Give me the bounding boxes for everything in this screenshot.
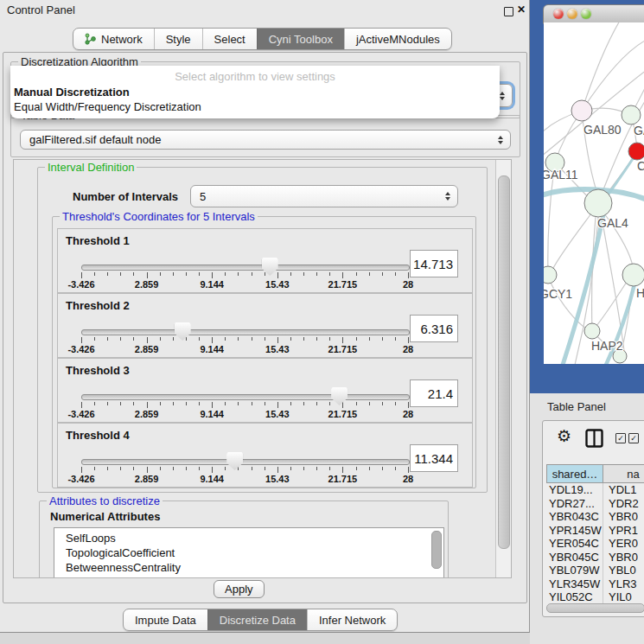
- attribute-list-item[interactable]: SelfLoops: [54, 528, 443, 545]
- table-row[interactable]: YBR045CYBR0: [546, 551, 644, 564]
- slider-tick: [303, 272, 304, 276]
- slider-tick: [133, 337, 134, 341]
- cell-name: YBR0: [603, 510, 638, 524]
- slider-tick: [408, 272, 409, 278]
- slider-tick: [277, 402, 278, 408]
- slider-tick-label: 21.715: [328, 344, 358, 354]
- settings-scrollpane: Interval Definition Number of Intervals …: [13, 159, 512, 578]
- numerical-attributes-list[interactable]: SelfLoopsTopologicalCoefficientBetweenne…: [54, 527, 444, 578]
- checkbox-icon[interactable]: ✓: [628, 433, 639, 443]
- tab-style[interactable]: Style: [154, 29, 202, 49]
- column-header-name[interactable]: na: [603, 464, 644, 483]
- slider-handle[interactable]: [331, 387, 348, 405]
- slider-tick-label: 28: [403, 279, 413, 290]
- network-node[interactable]: [628, 143, 644, 160]
- column-header-shared[interactable]: shared…: [546, 464, 603, 483]
- attribute-list-item[interactable]: BetweennessCentrality: [54, 560, 443, 575]
- network-node[interactable]: [622, 105, 641, 124]
- vertical-scrollbar[interactable]: [495, 160, 511, 577]
- network-edge: [552, 214, 591, 270]
- float-window-icon[interactable]: [504, 7, 513, 16]
- slider-tick: [316, 272, 317, 276]
- slider-tick: [277, 467, 278, 473]
- network-node-label: HAP2: [591, 339, 623, 353]
- tab-select[interactable]: Select: [202, 29, 257, 49]
- table-row[interactable]: YBR043CYBR0: [546, 510, 644, 524]
- mac-zoom-button[interactable]: [581, 9, 591, 19]
- slider-handle[interactable]: [175, 322, 191, 341]
- threshold-value-field[interactable]: 11.344: [410, 444, 458, 472]
- list-scrollbar-thumb[interactable]: [431, 531, 442, 569]
- slider-tick: [107, 272, 108, 276]
- close-icon[interactable]: ✕: [517, 3, 526, 16]
- slider-tick: [408, 467, 409, 473]
- slider-tick: [133, 402, 134, 405]
- bottom-tab-impute-data[interactable]: Impute Data: [124, 609, 207, 630]
- slider-track[interactable]: [81, 329, 410, 335]
- control-panel-window: Control Panel ✕ NetworkStyleSelectCyni T…: [0, 0, 530, 633]
- dropdown-item[interactable]: Equal Width/Frequency Discretization: [10, 99, 500, 114]
- apply-button[interactable]: Apply: [214, 580, 265, 598]
- network-node-label: C: [637, 159, 644, 173]
- slider-tick: [329, 272, 330, 276]
- threshold-value-field[interactable]: 6.316: [410, 315, 458, 342]
- threshold-value-field[interactable]: 21.4: [410, 379, 458, 407]
- slider-tick: [290, 272, 291, 276]
- network-node[interactable]: [622, 264, 644, 286]
- tab-label: Infer Network: [319, 614, 386, 627]
- slider-tick: [329, 337, 330, 341]
- dropdown-item[interactable]: Manual Discretization: [10, 85, 500, 99]
- table-row[interactable]: YIL052CYIL0: [546, 590, 644, 603]
- table-row[interactable]: YPR145WYPR1: [546, 524, 644, 538]
- network-node[interactable]: [584, 323, 600, 339]
- slider-tick: [290, 467, 291, 470]
- slider-tick: [342, 272, 343, 278]
- bottom-tab-discretize-data[interactable]: Discretize Data: [207, 609, 307, 630]
- mac-close-button[interactable]: [553, 9, 564, 19]
- network-node[interactable]: [584, 189, 612, 217]
- column-view-icon[interactable]: [585, 429, 603, 451]
- table-row[interactable]: YLR345WYLR3: [546, 577, 644, 591]
- network-node-label: GAL4: [597, 216, 628, 230]
- slider-tick: [252, 272, 252, 276]
- slider-tick: [94, 272, 95, 276]
- horizontal-scrollbar[interactable]: [546, 603, 644, 613]
- slider-tick-label: 2.859: [135, 409, 159, 419]
- network-window-titlebar[interactable]: [543, 4, 644, 24]
- bottom-tab-infer-network[interactable]: Infer Network: [307, 609, 397, 630]
- slider-track[interactable]: [81, 394, 410, 400]
- slider-tick: [277, 272, 278, 278]
- slider-tick: [186, 467, 187, 470]
- slider-tick: [94, 467, 95, 470]
- network-node[interactable]: [571, 100, 592, 121]
- slider-tick: [173, 467, 174, 470]
- slider-track[interactable]: [81, 265, 410, 271]
- slider-tick: [81, 337, 82, 343]
- table-row[interactable]: YBL079WYBL0: [546, 564, 644, 577]
- table-row[interactable]: YDL19...YDL1: [546, 483, 644, 497]
- mac-minimize-button[interactable]: [567, 9, 577, 19]
- slider-tick: [147, 337, 148, 343]
- slider-tick: [382, 402, 383, 405]
- threshold-value-field[interactable]: 14.713: [410, 250, 458, 277]
- scrollbar-thumb[interactable]: [498, 175, 510, 549]
- slider-tick: [356, 402, 357, 405]
- network-node[interactable]: [544, 266, 557, 284]
- network-canvas[interactable]: GAL80GACGAL11GAL4GCY1HHAP2: [544, 22, 644, 364]
- tab-jactivemnodules[interactable]: jActiveMNodules: [344, 29, 451, 49]
- checkbox-icon[interactable]: ✓: [615, 433, 626, 443]
- table-row[interactable]: YER054CYER0: [546, 537, 644, 551]
- number-of-intervals-combobox[interactable]: 5: [190, 185, 458, 207]
- slider-tick: [238, 337, 239, 341]
- tab-network[interactable]: Network: [73, 29, 154, 49]
- table-data-combobox[interactable]: galFiltered.sif default node: [20, 130, 511, 150]
- slider-handle[interactable]: [226, 452, 243, 470]
- threshold-label: Threshold 1: [66, 234, 130, 247]
- slider-track[interactable]: [81, 459, 410, 465]
- gear-icon[interactable]: ⚙: [557, 426, 571, 446]
- interval-definition-group: Interval Definition Number of Intervals …: [37, 167, 488, 493]
- slider-tick: [303, 467, 304, 470]
- tab-cyni-toolbox[interactable]: Cyni Toolbox: [257, 29, 344, 49]
- attribute-list-item[interactable]: TopologicalCoefficient: [54, 545, 443, 560]
- table-row[interactable]: YDR27...YDR2: [546, 497, 644, 511]
